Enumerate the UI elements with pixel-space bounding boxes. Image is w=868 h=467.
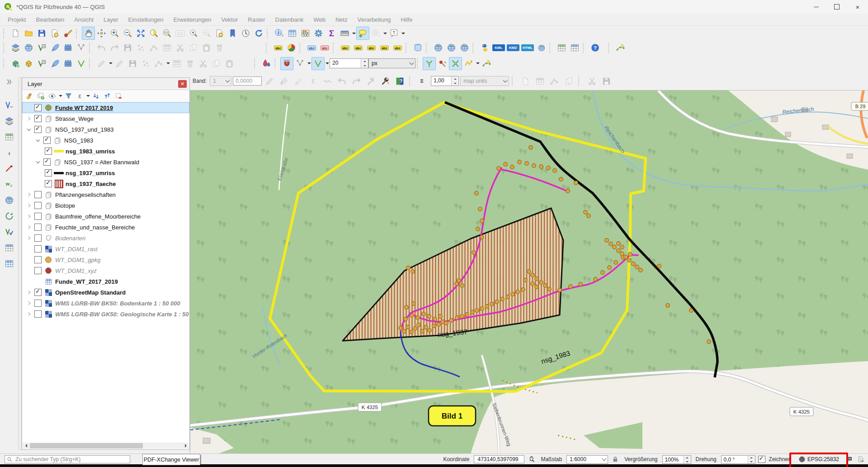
- layer-row-feuchte-nasse-bereiche[interactable]: Feuchte_und_nasse_Bereiche: [22, 222, 189, 233]
- delete-features-button[interactable]: [184, 57, 197, 70]
- layer-row-funde-table[interactable]: Funde_WT_2017_2019: [22, 276, 189, 287]
- raster-expression-button[interactable]: ε: [307, 75, 320, 88]
- raster-extra-1-button[interactable]: [519, 75, 532, 88]
- toolbar-grip[interactable]: [76, 29, 80, 38]
- db-manager-button[interactable]: [411, 41, 425, 54]
- layer-checkbox[interactable]: [34, 213, 42, 220]
- vertex-tool-button[interactable]: [152, 57, 165, 70]
- toolbar-grip[interactable]: [3, 58, 7, 68]
- zoom-to-selection-button[interactable]: [147, 27, 160, 40]
- toolbar-grip[interactable]: [3, 43, 7, 53]
- render-checkbox-group[interactable]: Zeichnen: [758, 456, 793, 463]
- toolbar-grip[interactable]: [608, 43, 612, 53]
- snapping-mode-dropdown[interactable]: [325, 57, 330, 70]
- spin-arrows[interactable]: [361, 59, 368, 68]
- layer-checkbox[interactable]: [34, 300, 42, 307]
- pan-map-button[interactable]: [82, 27, 95, 40]
- layer-row-wms-gk50[interactable]: WMS LGRB-BW GK50: Geologische Karte 1 : …: [22, 309, 189, 319]
- redo-button[interactable]: [108, 41, 121, 54]
- processing-toolbox-button[interactable]: [312, 27, 325, 40]
- toolbar-grip[interactable]: [89, 58, 93, 68]
- toolbar-grip[interactable]: [472, 43, 476, 53]
- add-record-button[interactable]: [134, 41, 147, 54]
- toolbar-grip[interactable]: [406, 43, 409, 53]
- menu-vektor[interactable]: Vektor: [216, 16, 243, 23]
- expander-icon[interactable]: [25, 300, 33, 307]
- raster-extra-6-button[interactable]: [600, 75, 613, 88]
- cell-value-field[interactable]: 0,0000: [233, 76, 262, 86]
- wcs-service-button[interactable]: [458, 41, 471, 54]
- dock-overflow-button[interactable]: [3, 75, 16, 88]
- layer-checkbox[interactable]: [45, 180, 52, 187]
- layer-row-nsg-1937-und-1983[interactable]: NSG_1937_und_1983: [22, 124, 189, 135]
- layer-checkbox[interactable]: [43, 158, 51, 166]
- layer-checkbox[interactable]: [34, 267, 42, 274]
- log-button[interactable]: [856, 455, 865, 464]
- save-layer-edits-button[interactable]: [121, 41, 134, 54]
- zoom-to-layer-button[interactable]: [160, 27, 174, 40]
- spin-arrows[interactable]: [451, 76, 458, 86]
- cut-button[interactable]: [197, 57, 210, 70]
- layer-checkbox[interactable]: [34, 234, 42, 242]
- raster-extra-3-button[interactable]: [548, 75, 561, 88]
- layer-row-openstreetmap[interactable]: OpenStreetMap Standard: [22, 287, 189, 298]
- html-export-button[interactable]: HTML: [521, 44, 534, 51]
- current-edits-button[interactable]: [95, 57, 108, 70]
- current-edits-dropdown[interactable]: [108, 57, 113, 70]
- toolbar-grip[interactable]: [417, 58, 420, 68]
- attributes-form-button[interactable]: [160, 41, 174, 54]
- save-edits-button[interactable]: [126, 57, 139, 70]
- map-canvas[interactable]: nsg_1937 nsg_1983 Reichenbach Reichenbac…: [190, 90, 868, 454]
- layer-row-nsg-1983[interactable]: NSG_1983: [22, 135, 189, 146]
- toolbar-grip[interactable]: [583, 43, 586, 53]
- menu-projekt[interactable]: Projekt: [3, 16, 31, 23]
- attribute-grid-button[interactable]: [3, 130, 16, 143]
- menu-layer[interactable]: Layer: [99, 16, 123, 23]
- line-width-button[interactable]: [416, 75, 429, 88]
- layer-row-nsg-1937-umriss[interactable]: nsg_1937_umriss: [22, 167, 189, 178]
- serval-help-button[interactable]: [393, 75, 406, 88]
- redline-sketch-button[interactable]: [3, 162, 16, 175]
- toolbar-grip[interactable]: [426, 43, 429, 53]
- raster-tools-button[interactable]: [364, 75, 377, 88]
- snapping-tolerance-spinbox[interactable]: 20: [330, 58, 368, 68]
- collapse-all-button[interactable]: [102, 91, 113, 102]
- menu-erweiterungen[interactable]: Erweiterungen: [169, 16, 217, 23]
- copy-button[interactable]: [210, 57, 223, 70]
- topological-editing-button[interactable]: [423, 57, 436, 70]
- new-geopackage-layer-button[interactable]: [9, 57, 22, 70]
- zoom-in-button[interactable]: [108, 27, 121, 40]
- layer-checkbox[interactable]: [45, 169, 52, 176]
- new-mesh-layer-button[interactable]: [61, 57, 75, 70]
- toolbar-grip[interactable]: [299, 43, 303, 53]
- panel-horizontal-scrollbar[interactable]: [23, 443, 189, 449]
- show-sum-button[interactable]: Σ: [325, 27, 338, 40]
- text-annotation-dropdown[interactable]: [401, 27, 406, 39]
- wfs-service-button[interactable]: [445, 41, 458, 54]
- grid-layout-button[interactable]: [568, 41, 581, 54]
- toolbar-grip[interactable]: [549, 43, 553, 53]
- add-wms-layer-button[interactable]: [22, 41, 35, 54]
- layer-row-nsg-1983-umriss[interactable]: nsg_1983_umriss: [22, 146, 189, 157]
- menu-datenbank[interactable]: Datenbank: [270, 16, 309, 23]
- layer-checkbox[interactable]: [34, 126, 42, 133]
- statistics-button[interactable]: [299, 27, 312, 40]
- manage-visibility-button[interactable]: [47, 91, 58, 102]
- modify-attributes-button[interactable]: [170, 57, 184, 70]
- layer-checkbox[interactable]: [34, 289, 42, 296]
- expander-icon[interactable]: [25, 191, 33, 199]
- snapping-type-dropdown[interactable]: [307, 57, 311, 70]
- toggle-editing-button[interactable]: [113, 57, 126, 70]
- raster-extra-2-button[interactable]: [533, 75, 547, 88]
- layer-row-wt-dgm1-xyz[interactable]: WT_DGM1_xyz: [22, 265, 189, 276]
- toolbar-grip[interactable]: [266, 43, 269, 53]
- new-map-view-button[interactable]: [213, 27, 226, 40]
- raster-interpolate-button[interactable]: [321, 75, 334, 88]
- zoom-next-button[interactable]: [200, 27, 213, 40]
- menu-ansicht[interactable]: Ansicht: [69, 16, 99, 23]
- digitize-vector-button[interactable]: [3, 99, 16, 112]
- expander-icon[interactable]: [34, 137, 42, 144]
- cut-features-button[interactable]: [174, 41, 187, 54]
- layer-row-strasse-wege[interactable]: Strasse_Wege: [22, 113, 189, 124]
- expander-icon[interactable]: [25, 202, 33, 210]
